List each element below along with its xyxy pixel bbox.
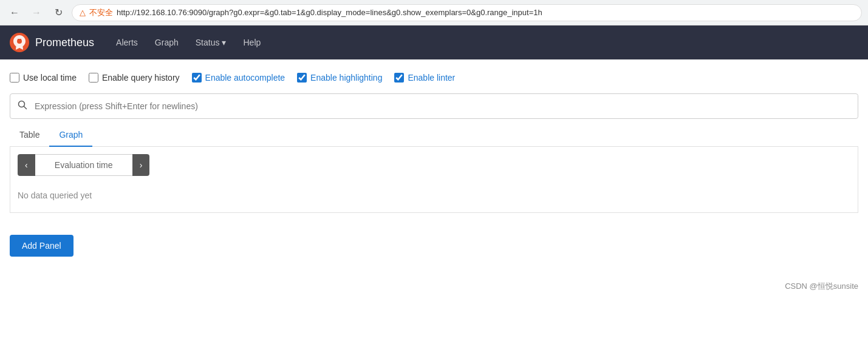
highlighting-label: Enable highlighting — [310, 73, 382, 83]
navbar: Prometheus Alerts Graph Status ▾ Help — [0, 25, 868, 59]
linter-label: Enable linter — [408, 73, 455, 83]
table-panel: ‹ Evaluation time › No data queried yet — [10, 147, 858, 213]
eval-time-label: Evaluation time — [35, 154, 132, 176]
nav-help[interactable]: Help — [236, 33, 268, 52]
forward-button[interactable]: → — [28, 4, 45, 21]
brand[interactable]: Prometheus — [10, 33, 94, 52]
query-history-label: Enable query history — [102, 73, 180, 83]
autocomplete-label: Enable autocomplete — [205, 73, 285, 83]
svg-line-4 — [24, 107, 27, 109]
nav-alerts[interactable]: Alerts — [109, 33, 145, 52]
add-panel-section: Add Panel — [0, 220, 868, 271]
checkbox-row: Use local time Enable query history Enab… — [10, 67, 858, 89]
tab-graph[interactable]: Graph — [49, 124, 92, 147]
back-button[interactable]: ← — [6, 4, 23, 21]
eval-time-row: ‹ Evaluation time › — [18, 154, 850, 176]
local-time-label: Use local time — [23, 73, 77, 83]
svg-rect-2 — [18, 39, 21, 40]
search-container — [10, 93, 858, 119]
footer-text: CSDN @恒悦sunsite — [785, 282, 858, 291]
add-panel-button[interactable]: Add Panel — [10, 235, 73, 257]
tabs-container: Table Graph — [10, 124, 858, 147]
insecure-label: 不安全 — [89, 7, 113, 18]
query-history-checkbox[interactable] — [89, 73, 98, 83]
tab-table[interactable]: Table — [10, 124, 49, 147]
reload-button[interactable]: ↻ — [50, 4, 67, 21]
checkbox-query-history[interactable]: Enable query history — [89, 73, 180, 83]
url-text: http://192.168.10.76:9090/graph?g0.expr=… — [117, 8, 542, 17]
prometheus-logo — [10, 33, 29, 52]
checkbox-linter[interactable]: Enable linter — [394, 73, 455, 83]
highlighting-checkbox[interactable] — [297, 73, 307, 83]
search-button[interactable] — [10, 94, 35, 118]
navbar-nav: Alerts Graph Status ▾ Help — [109, 33, 268, 52]
address-bar[interactable]: △ 不安全 http://192.168.10.76:9090/graph?g0… — [72, 4, 862, 21]
checkbox-autocomplete[interactable]: Enable autocomplete — [192, 73, 285, 83]
autocomplete-checkbox[interactable] — [192, 73, 202, 83]
main-content: Use local time Enable query history Enab… — [0, 59, 868, 220]
local-time-checkbox[interactable] — [10, 73, 19, 83]
checkbox-highlighting[interactable]: Enable highlighting — [297, 73, 382, 83]
eval-prev-button[interactable]: ‹ — [18, 154, 35, 176]
warning-icon: △ — [80, 8, 86, 17]
browser-chrome: ← → ↻ △ 不安全 http://192.168.10.76:9090/gr… — [0, 0, 868, 25]
search-icon — [18, 100, 27, 110]
nav-graph[interactable]: Graph — [148, 33, 186, 52]
no-data-message: No data queried yet — [18, 186, 850, 205]
dropdown-arrow-icon: ▾ — [222, 38, 226, 47]
nav-status[interactable]: Status ▾ — [188, 33, 234, 52]
navbar-title: Prometheus — [35, 36, 94, 49]
checkbox-local-time[interactable]: Use local time — [10, 73, 77, 83]
footer: CSDN @恒悦sunsite — [0, 271, 868, 302]
eval-next-button[interactable]: › — [132, 154, 150, 176]
linter-checkbox[interactable] — [394, 73, 404, 83]
expression-input[interactable] — [35, 95, 858, 117]
